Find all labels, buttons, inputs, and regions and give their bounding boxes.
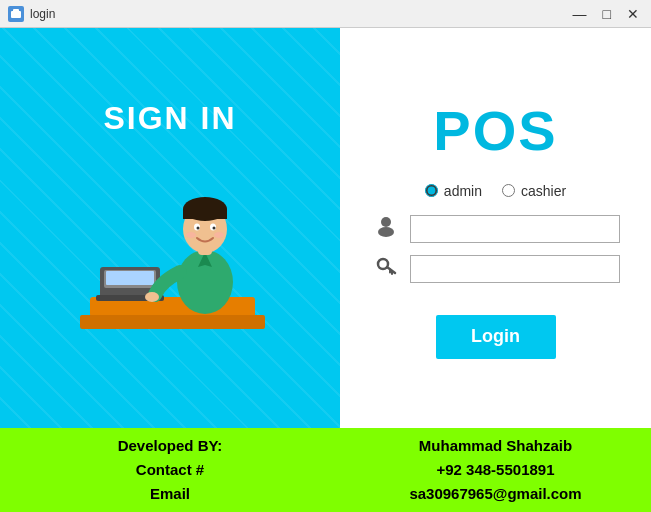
footer-email-label: Email (150, 482, 190, 506)
title-bar: login — □ ✕ (0, 0, 651, 28)
maximize-button[interactable]: □ (599, 7, 615, 21)
svg-point-22 (381, 217, 391, 227)
footer-developer-name: Muhammad Shahzaib (419, 434, 572, 458)
footer-left: Developed BY: Contact # Email (0, 426, 340, 512)
svg-rect-14 (183, 209, 227, 219)
svg-rect-1 (13, 9, 19, 12)
window-controls: — □ ✕ (569, 7, 643, 21)
footer-developed-by: Developed BY: (118, 434, 223, 458)
svg-rect-0 (11, 11, 21, 18)
admin-radio-label: admin (444, 183, 482, 199)
main-content: SIGN IN (0, 28, 651, 428)
svg-point-21 (145, 292, 159, 302)
footer-email-value: sa30967965@gmail.com (409, 482, 581, 506)
username-row (360, 215, 631, 243)
svg-point-19 (186, 232, 196, 238)
cashier-radio[interactable] (502, 184, 515, 197)
svg-rect-3 (80, 315, 265, 329)
svg-rect-7 (106, 271, 154, 285)
login-button[interactable]: Login (436, 315, 556, 359)
user-icon (372, 215, 400, 242)
admin-radio-option[interactable]: admin (425, 183, 482, 199)
footer-right: Muhammad Shahzaib +92 348-5501891 sa3096… (340, 426, 651, 512)
sign-in-title: SIGN IN (103, 100, 236, 137)
footer-contact: Contact # (136, 458, 204, 482)
cashier-illustration (60, 157, 280, 357)
window-title: login (30, 7, 55, 21)
username-input[interactable] (410, 215, 620, 243)
left-panel: SIGN IN (0, 28, 340, 428)
cashier-radio-label: cashier (521, 183, 566, 199)
close-button[interactable]: ✕ (623, 7, 643, 21)
footer: Developed BY: Contact # Email Muhammad S… (0, 428, 651, 512)
pos-title: POS (433, 98, 557, 163)
cashier-radio-option[interactable]: cashier (502, 183, 566, 199)
minimize-button[interactable]: — (569, 7, 591, 21)
admin-radio[interactable] (425, 184, 438, 197)
role-radio-group: admin cashier (360, 183, 631, 199)
password-row (360, 255, 631, 283)
key-icon (372, 255, 400, 282)
password-input[interactable] (410, 255, 620, 283)
title-bar-left: login (8, 6, 55, 22)
svg-point-23 (378, 227, 394, 237)
svg-point-17 (197, 226, 200, 229)
right-panel: POS admin cashier (340, 28, 651, 428)
app-icon (8, 6, 24, 22)
svg-point-18 (213, 226, 216, 229)
footer-phone: +92 348-5501891 (436, 458, 554, 482)
svg-point-20 (214, 232, 224, 238)
